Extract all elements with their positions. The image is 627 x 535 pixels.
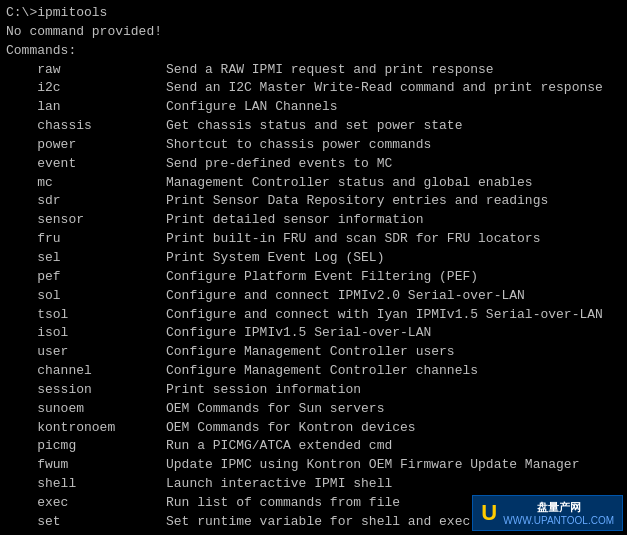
command-name: set bbox=[6, 513, 166, 532]
watermark-top: U 盘量产网 WWW.UPANTOOL.COM bbox=[481, 500, 614, 526]
title-text: C:\>ipmitools bbox=[6, 4, 107, 23]
command-row: chassisGet chassis status and set power … bbox=[6, 117, 621, 136]
command-desc: Configure Management Controller users bbox=[166, 343, 455, 362]
command-name: user bbox=[6, 343, 166, 362]
command-desc: Configure and connect IPMIv2.0 Serial-ov… bbox=[166, 287, 525, 306]
watermark-u-letter: U bbox=[481, 500, 497, 526]
command-name: mc bbox=[6, 174, 166, 193]
command-row: mcManagement Controller status and globa… bbox=[6, 174, 621, 193]
watermark-text-block: 盘量产网 WWW.UPANTOOL.COM bbox=[503, 500, 614, 526]
commands-header-text: Commands: bbox=[6, 42, 76, 61]
command-row: fwumUpdate IPMC using Kontron OEM Firmwa… bbox=[6, 456, 621, 475]
command-desc: Set runtime variable for shell and exec bbox=[166, 513, 470, 532]
command-desc: OEM Commands for Sun servers bbox=[166, 400, 384, 419]
command-row: sessionPrint session information bbox=[6, 381, 621, 400]
command-row: rawSend a RAW IPMI request and print res… bbox=[6, 61, 621, 80]
command-name: exec bbox=[6, 494, 166, 513]
commands-header-line: Commands: bbox=[6, 42, 621, 61]
command-desc: Shortcut to chassis power commands bbox=[166, 136, 431, 155]
command-name: fru bbox=[6, 230, 166, 249]
command-name: pef bbox=[6, 268, 166, 287]
command-row: selPrint System Event Log (SEL) bbox=[6, 249, 621, 268]
command-desc: Run a PICMG/ATCA extended cmd bbox=[166, 437, 392, 456]
command-row: fruPrint built-in FRU and scan SDR for F… bbox=[6, 230, 621, 249]
command-name: fwum bbox=[6, 456, 166, 475]
command-name: shell bbox=[6, 475, 166, 494]
command-desc: Send a RAW IPMI request and print respon… bbox=[166, 61, 494, 80]
title-line: C:\>ipmitools bbox=[6, 4, 621, 23]
command-row: channelConfigure Management Controller c… bbox=[6, 362, 621, 381]
command-row: shellLaunch interactive IPMI shell bbox=[6, 475, 621, 494]
command-name: lan bbox=[6, 98, 166, 117]
command-desc: Print detailed sensor information bbox=[166, 211, 423, 230]
command-desc: Print built-in FRU and scan SDR for FRU … bbox=[166, 230, 540, 249]
command-row: sensorPrint detailed sensor information bbox=[6, 211, 621, 230]
command-name: kontronoem bbox=[6, 419, 166, 438]
command-desc: Configure Management Controller channels bbox=[166, 362, 478, 381]
error-line: No command provided! bbox=[6, 23, 621, 42]
command-desc: Print System Event Log (SEL) bbox=[166, 249, 384, 268]
command-row: sdrPrint Sensor Data Repository entries … bbox=[6, 192, 621, 211]
command-row: userConfigure Management Controller user… bbox=[6, 343, 621, 362]
command-desc: Configure LAN Channels bbox=[166, 98, 338, 117]
command-name: sunoem bbox=[6, 400, 166, 419]
command-name: raw bbox=[6, 61, 166, 80]
command-name: channel bbox=[6, 362, 166, 381]
command-row: tsolConfigure and connect with Iyan IPMI… bbox=[6, 306, 621, 325]
command-desc: OEM Commands for Kontron devices bbox=[166, 419, 416, 438]
command-desc: Get chassis status and set power state bbox=[166, 117, 462, 136]
command-desc: Management Controller status and global … bbox=[166, 174, 533, 193]
command-name: picmg bbox=[6, 437, 166, 456]
command-desc: Update IPMC using Kontron OEM Firmware U… bbox=[166, 456, 579, 475]
command-name: sol bbox=[6, 287, 166, 306]
command-desc: Send an I2C Master Write-Read command an… bbox=[166, 79, 603, 98]
watermark-brand: 盘量产网 bbox=[503, 500, 614, 515]
command-row: powerShortcut to chassis power commands bbox=[6, 136, 621, 155]
watermark: U 盘量产网 WWW.UPANTOOL.COM bbox=[472, 495, 623, 531]
command-name: sdr bbox=[6, 192, 166, 211]
command-desc: Launch interactive IPMI shell bbox=[166, 475, 392, 494]
command-desc: Print session information bbox=[166, 381, 361, 400]
command-desc: Configure Platform Event Filtering (PEF) bbox=[166, 268, 478, 287]
command-row: picmgRun a PICMG/ATCA extended cmd bbox=[6, 437, 621, 456]
command-name: chassis bbox=[6, 117, 166, 136]
commands-list: rawSend a RAW IPMI request and print res… bbox=[6, 61, 621, 532]
command-desc: Configure IPMIv1.5 Serial-over-LAN bbox=[166, 324, 431, 343]
command-name: sel bbox=[6, 249, 166, 268]
command-name: power bbox=[6, 136, 166, 155]
command-desc: Configure and connect with Iyan IPMIv1.5… bbox=[166, 306, 603, 325]
command-row: sunoemOEM Commands for Sun servers bbox=[6, 400, 621, 419]
command-name: event bbox=[6, 155, 166, 174]
command-desc: Send pre-defined events to MC bbox=[166, 155, 392, 174]
command-name: i2c bbox=[6, 79, 166, 98]
watermark-url: WWW.UPANTOOL.COM bbox=[503, 515, 614, 526]
terminal-window: C:\>ipmitools No command provided! Comma… bbox=[0, 0, 627, 535]
command-row: pefConfigure Platform Event Filtering (P… bbox=[6, 268, 621, 287]
error-text: No command provided! bbox=[6, 23, 162, 42]
command-desc: Print Sensor Data Repository entries and… bbox=[166, 192, 548, 211]
command-name: tsol bbox=[6, 306, 166, 325]
command-row: eventSend pre-defined events to MC bbox=[6, 155, 621, 174]
command-name: sensor bbox=[6, 211, 166, 230]
command-row: i2cSend an I2C Master Write-Read command… bbox=[6, 79, 621, 98]
command-name: session bbox=[6, 381, 166, 400]
command-row: kontronoemOEM Commands for Kontron devic… bbox=[6, 419, 621, 438]
command-row: isolConfigure IPMIv1.5 Serial-over-LAN bbox=[6, 324, 621, 343]
command-row: solConfigure and connect IPMIv2.0 Serial… bbox=[6, 287, 621, 306]
command-desc: Run list of commands from file bbox=[166, 494, 400, 513]
command-row: lanConfigure LAN Channels bbox=[6, 98, 621, 117]
command-name: isol bbox=[6, 324, 166, 343]
